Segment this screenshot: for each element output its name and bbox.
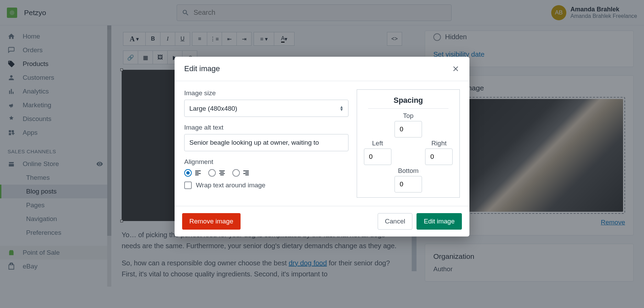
spacing-right-label: Right: [431, 140, 446, 147]
spacing-panel: Spacing Top Left Right Bott: [357, 89, 460, 198]
spacing-bottom-input[interactable]: [395, 176, 422, 192]
align-right-icon: [243, 170, 249, 175]
radio-icon: [232, 169, 240, 177]
spacing-right-input[interactable]: [425, 148, 453, 165]
image-size-label: Image size: [184, 89, 348, 97]
modal-title: Edit image: [184, 64, 220, 73]
radio-icon: [184, 169, 192, 177]
wrap-label: Wrap text around image: [196, 182, 265, 189]
align-left-icon: [195, 170, 201, 175]
spacing-left-label: Left: [372, 140, 383, 147]
align-right-option[interactable]: [232, 169, 249, 177]
image-size-select[interactable]: Large (480x480): [184, 100, 348, 117]
modal-header: Edit image: [175, 57, 469, 81]
remove-image-button[interactable]: Remove image: [182, 213, 241, 230]
edit-image-button[interactable]: Edit image: [417, 213, 462, 230]
modal-body: Image size Large (480x480) ▲▼ Image alt …: [175, 81, 469, 206]
spacing-top-label: Top: [403, 112, 414, 120]
spacing-left-input[interactable]: [364, 148, 391, 165]
radio-icon: [208, 169, 216, 177]
modal-overlay: Edit image Image size Large (480x480) ▲▼…: [0, 0, 644, 308]
alignment-options: [184, 169, 348, 177]
align-center-icon: [219, 170, 225, 175]
modal-footer: Remove image Cancel Edit image: [175, 206, 469, 236]
checkbox-icon: [184, 182, 192, 189]
spacing-title: Spacing: [368, 95, 448, 109]
align-left-option[interactable]: [184, 169, 201, 177]
image-alt-input[interactable]: [184, 134, 348, 151]
align-center-option[interactable]: [208, 169, 225, 177]
alignment-label: Alignment: [184, 158, 348, 166]
close-icon[interactable]: [452, 65, 460, 73]
image-alt-label: Image alt text: [184, 124, 348, 131]
wrap-text-checkbox-row[interactable]: Wrap text around image: [184, 182, 348, 189]
select-arrows-icon: ▲▼: [340, 106, 344, 111]
cancel-button[interactable]: Cancel: [378, 213, 412, 230]
spacing-bottom-label: Bottom: [398, 167, 419, 175]
spacing-top-input[interactable]: [395, 121, 422, 138]
edit-image-modal: Edit image Image size Large (480x480) ▲▼…: [175, 57, 469, 236]
